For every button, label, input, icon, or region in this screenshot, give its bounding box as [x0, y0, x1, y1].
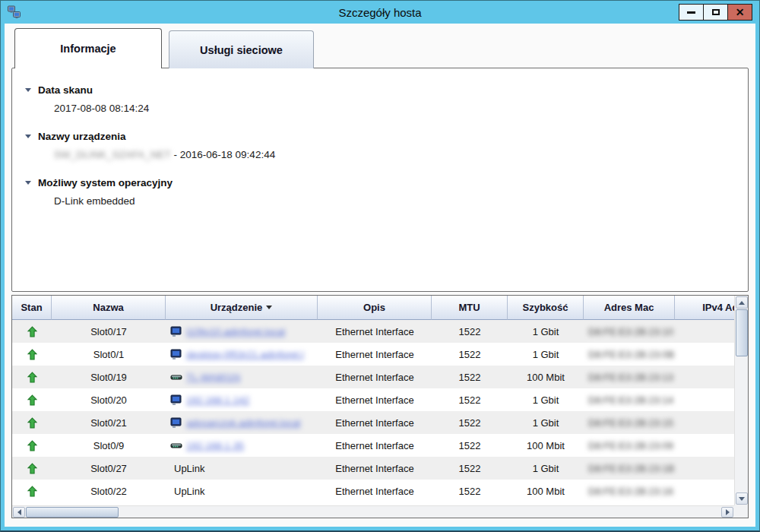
- device-name-value: SW_DLINK_SZAFA_NET - 2016-06-18 09:42:44: [54, 149, 748, 160]
- device-link[interactable]: t10ltv10.adinforet.local: [186, 326, 285, 337]
- interfaces-table: Stan Nazwa Urządzenie Opis MTU Szybkość …: [12, 296, 734, 505]
- speed-cell: 100 Mbit: [508, 366, 584, 388]
- speed-cell: 1 Gbit: [508, 320, 584, 343]
- name-cell: Slot0/27: [52, 457, 166, 480]
- device-link[interactable]: desktop-0f53r21.adinforet.l: [186, 349, 304, 360]
- name-cell: Slot0/20: [52, 388, 166, 411]
- table-header-row: Stan Nazwa Urządzenie Opis MTU Szybkość …: [12, 296, 734, 320]
- speed-cell: 1 Gbit: [508, 388, 584, 411]
- tab-uslugi-sieciowe[interactable]: Usługi sieciowe: [169, 30, 314, 68]
- arrow-up-icon: [739, 301, 745, 305]
- collapse-arrow-icon: [25, 135, 31, 138]
- speed-cell: 100 Mbit: [508, 480, 584, 502]
- status-cell: [12, 411, 52, 434]
- status-cell: [12, 366, 52, 388]
- vertical-scrollbar-thumb[interactable]: [736, 309, 748, 356]
- column-header-nazwa[interactable]: Nazwa: [52, 296, 166, 320]
- section-header-scan-date[interactable]: Data skanu: [25, 84, 748, 96]
- section-label: Możliwy system operacyjny: [38, 177, 173, 188]
- mtu-cell: 1522: [432, 434, 508, 457]
- ipv4-cell: [675, 366, 734, 388]
- table-row[interactable]: Slot0/19 TL-WA801N Ethernet Interface 15…: [12, 366, 734, 388]
- ipv4-cell: [675, 480, 734, 502]
- table-row[interactable]: Slot0/21 adosarczyk.adinforet.local Ethe…: [12, 411, 734, 434]
- device-cell: 192.168.1.142: [166, 388, 318, 411]
- vertical-scrollbar[interactable]: [734, 296, 748, 505]
- mtu-cell: 1522: [432, 457, 508, 480]
- description-cell: Ethernet Interface: [318, 434, 432, 457]
- scroll-right-button[interactable]: [721, 507, 733, 518]
- column-header-szybkosc[interactable]: Szybkość: [508, 296, 584, 320]
- redacted-mac: D8:FE:E3:2B:23:15: [588, 417, 673, 429]
- mtu-cell: 1522: [432, 411, 508, 434]
- interfaces-table-panel: Stan Nazwa Urządzenie Opis MTU Szybkość …: [11, 295, 749, 518]
- mac-cell: D8:FE:E3:2B:23:10: [584, 320, 675, 343]
- name-cell: Slot0/22: [52, 480, 166, 502]
- scroll-left-button[interactable]: [13, 507, 25, 518]
- computer-icon: [170, 326, 182, 337]
- status-cell: [12, 434, 52, 457]
- section-operating-system: Możliwy system operacyjny D-Link embedde…: [25, 177, 748, 207]
- ipv4-cell: [675, 388, 734, 411]
- mtu-cell: 1522: [432, 320, 508, 343]
- window-title: Szczegóły hosta: [1, 6, 759, 19]
- scrollbar-corner: [734, 505, 748, 518]
- redacted-mac: D8:FE:E3:2B:23:13: [588, 372, 673, 383]
- name-cell: Slot0/17: [52, 320, 166, 343]
- device-link[interactable]: 192.168.1.142: [186, 394, 249, 406]
- arrow-left-icon: [17, 509, 21, 515]
- scroll-down-button[interactable]: [736, 492, 748, 505]
- ipv4-cell: [675, 343, 734, 366]
- window-controls: ✕: [679, 4, 752, 21]
- status-up-icon: [27, 372, 37, 383]
- section-label: Nazwy urządzenia: [38, 131, 126, 142]
- speed-cell: 1 Gbit: [508, 457, 584, 480]
- device-cell: UpLink: [166, 480, 318, 502]
- maximize-icon: [712, 9, 720, 15]
- table-row[interactable]: Slot0/9 192.168.1.35 Ethernet Interface …: [12, 434, 734, 457]
- collapse-arrow-icon: [25, 181, 31, 185]
- column-header-adres-mac[interactable]: Adres Mac: [584, 296, 675, 320]
- maximize-button[interactable]: [703, 4, 728, 21]
- table-row[interactable]: Slot0/1 desktop-0f53r21.adinforet.l Ethe…: [12, 343, 734, 366]
- column-header-urzadzenie[interactable]: Urządzenie: [166, 296, 318, 320]
- device-link[interactable]: TL-WA801N: [186, 372, 240, 383]
- scroll-up-button[interactable]: [736, 296, 748, 309]
- table-row[interactable]: Slot0/27 UpLink Ethernet Interface 1522 …: [12, 457, 734, 480]
- horizontal-scrollbar[interactable]: [12, 505, 734, 518]
- client-area: Informacje Usługi sieciowe Data skanu 20…: [5, 24, 755, 527]
- column-header-ipv4-adres[interactable]: IPv4 Adres: [675, 296, 734, 320]
- close-button[interactable]: ✕: [727, 4, 752, 21]
- title-bar[interactable]: Szczegóły hosta ✕: [1, 1, 759, 24]
- tab-informacje[interactable]: Informacje: [14, 28, 162, 68]
- computer-icon: [170, 394, 182, 406]
- section-header-operating-system[interactable]: Możliwy system operacyjny: [25, 177, 748, 188]
- column-header-opis[interactable]: Opis: [318, 296, 432, 320]
- sort-desc-icon: [266, 306, 272, 309]
- status-up-icon: [27, 417, 37, 429]
- table-row[interactable]: Slot0/17 t10ltv10.adinforet.local Ethern…: [12, 320, 734, 343]
- status-up-icon: [27, 486, 37, 497]
- description-cell: Ethernet Interface: [318, 388, 432, 411]
- redacted-mac: D8:FE:E3:2B:23:0B: [588, 349, 674, 360]
- description-cell: Ethernet Interface: [318, 320, 432, 343]
- device-link[interactable]: 192.168.1.35: [186, 440, 244, 451]
- status-up-icon: [27, 326, 37, 337]
- info-panel: Data skanu 2017-08-08 08:14:24 Nazwy urz…: [11, 68, 749, 292]
- device-cell: UpLink: [166, 457, 318, 480]
- computer-icon: [170, 417, 182, 429]
- switch-icon: [170, 440, 182, 451]
- minimize-button[interactable]: [679, 4, 704, 21]
- speed-cell: 1 Gbit: [508, 343, 584, 366]
- column-header-label: Urządzenie: [211, 302, 263, 313]
- device-link[interactable]: adosarczyk.adinforet.local: [186, 417, 300, 429]
- column-header-stan[interactable]: Stan: [12, 296, 52, 320]
- mac-cell: D8:FE:E3:2B:23:0B: [584, 343, 675, 366]
- table-row[interactable]: Slot0/20 192.168.1.142 Ethernet Interfac…: [12, 388, 734, 411]
- column-header-mtu[interactable]: MTU: [432, 296, 508, 320]
- description-cell: Ethernet Interface: [318, 366, 432, 388]
- device-label: UpLink: [174, 463, 204, 474]
- table-row[interactable]: Slot0/22 UpLink Ethernet Interface 1522 …: [12, 480, 734, 502]
- section-header-device-names[interactable]: Nazwy urządzenia: [25, 131, 748, 142]
- horizontal-scrollbar-thumb[interactable]: [26, 507, 119, 518]
